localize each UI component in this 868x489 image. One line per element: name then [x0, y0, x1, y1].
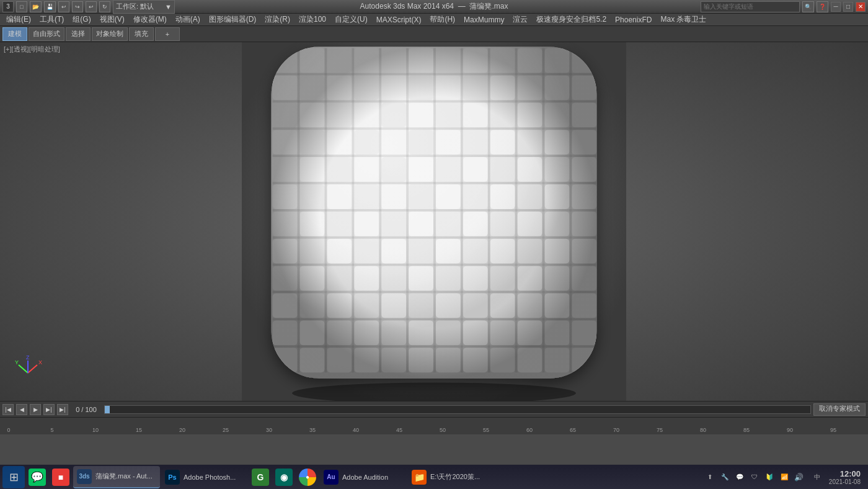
taskbar-folder-label: E:\天竹2020策...	[430, 472, 480, 482]
frame-next-btn[interactable]: ▶|	[43, 404, 55, 415]
toolbar-object-paint[interactable]: 对象绘制	[92, 27, 128, 41]
menu-phoenixfd[interactable]: PhoenixFD	[611, 14, 655, 25]
frame-end-btn[interactable]: ▶|	[57, 404, 68, 415]
title-bar-right: 🔍 ❓ ─ □ ✕	[701, 1, 866, 12]
menu-render[interactable]: 渲染(R)	[261, 13, 294, 26]
title-bar-left: 3 □ 📂 💾 ↩ ↪ ↩ ↻ 工作区: 默认 ▼	[2, 0, 175, 14]
taskbar-system-tray: ⬆ 🔧 💬 🛡 🔰 📶 🔊 中 12:00 2021-01-08	[704, 469, 866, 485]
help-icon[interactable]: ❓	[817, 1, 828, 12]
svg-rect-171	[272, 47, 597, 379]
frame-slider-handle[interactable]	[105, 406, 110, 413]
menu-customize[interactable]: 自定义(U)	[331, 13, 371, 26]
viewport-container[interactable]: [+][透视][明暗处理]	[0, 42, 868, 401]
3d-model-viewport	[242, 42, 626, 401]
close-button[interactable]: ✕	[856, 2, 866, 12]
svg-text:X: X	[38, 359, 42, 366]
model-area[interactable]	[0, 42, 868, 401]
frame-slider[interactable]	[104, 405, 811, 414]
minimize-button[interactable]: ─	[831, 2, 841, 12]
frame-counter: 0 / 100	[71, 406, 102, 413]
start-button[interactable]: ⊞	[2, 466, 25, 488]
search-input[interactable]	[701, 1, 800, 12]
taskbar-audition-label: Adobe Audition	[342, 473, 388, 481]
menu-animation[interactable]: 动画(A)	[172, 13, 204, 26]
menu-graph-editor[interactable]: 图形编辑器(D)	[205, 13, 260, 26]
viewport-label: [+][透视][明暗处理]	[4, 45, 60, 54]
menu-antivirus[interactable]: Max 杀毒卫士	[657, 13, 710, 26]
taskbar-chrome[interactable]: ●	[296, 466, 319, 488]
save-btn[interactable]: 💾	[44, 1, 56, 12]
taskbar-folder[interactable]: 📁 E:\天竹2020策...	[408, 466, 495, 488]
frame-play-btn[interactable]: ▶	[30, 404, 41, 415]
menu-slim[interactable]: 极速瘦身安全归档5.2	[533, 13, 610, 26]
frame-prev-btn[interactable]: ◀	[16, 404, 27, 415]
toolbar-extra[interactable]: +	[155, 27, 180, 41]
toolbar-freeform[interactable]: 自由形式	[29, 27, 64, 41]
taskbar-green-app[interactable]: ◉	[273, 466, 295, 488]
menu-maxmummy[interactable]: MaxMummy	[460, 14, 508, 25]
clock-time: 12:00	[829, 469, 861, 478]
clock-date: 2021-01-08	[829, 478, 861, 485]
app-logo[interactable]: 3	[2, 1, 14, 12]
menu-maxscript[interactable]: MAXScript(X)	[373, 14, 425, 25]
workspace-dropdown[interactable]: 工作区: 默认 ▼	[113, 0, 175, 14]
tray-icon-1[interactable]: ⬆	[704, 471, 716, 483]
title-bar-title: Autodesk 3ds Max 2014 x64 — 蒲编凳.max	[360, 1, 508, 12]
taskbar-3dsmax-label: 蒲编凳.max - Aut...	[95, 472, 153, 481]
menu-render100[interactable]: 渲染100	[295, 13, 330, 26]
taskbar-greenshot[interactable]: G	[249, 466, 272, 488]
menu-bar: 编辑(E) 工具(T) 组(G) 视图(V) 修改器(M) 动画(A) 图形编辑…	[0, 14, 868, 26]
frame-start-btn[interactable]: |◀	[2, 404, 14, 415]
tray-icon-2[interactable]: 🔧	[719, 471, 731, 483]
redo2-btn[interactable]: ↻	[99, 1, 110, 12]
undo2-btn[interactable]: ↩	[86, 1, 97, 12]
tray-icon-lang[interactable]: 中	[808, 471, 826, 483]
ruler-bar: 0 5 10 15 20 25 30 35 40 45 50 55 60 65 …	[0, 417, 868, 434]
menu-view[interactable]: 视图(V)	[96, 13, 128, 26]
axis-indicator: X Y Z	[12, 351, 43, 382]
tray-icon-volume[interactable]: 🔊	[793, 471, 805, 483]
toolbar-main: 建模 自由形式 选择 对象绘制 填充 +	[0, 26, 868, 42]
svg-text:Y: Y	[15, 359, 19, 366]
toolbar-populate[interactable]: 填充	[129, 27, 154, 41]
svg-line-172	[28, 365, 37, 373]
menu-cloud-render[interactable]: 渲云	[509, 13, 531, 26]
tray-icon-5[interactable]: 📶	[778, 471, 790, 483]
taskbar-wechat[interactable]: 💬	[26, 466, 48, 488]
svg-text:Z: Z	[26, 354, 30, 361]
toolbar-select[interactable]: 选择	[66, 27, 91, 41]
menu-help[interactable]: 帮助(H)	[426, 13, 459, 26]
new-btn[interactable]: □	[16, 1, 27, 12]
taskbar-photoshop-label: Adobe Photosh...	[184, 473, 236, 481]
system-clock[interactable]: 12:00 2021-01-08	[829, 469, 861, 485]
search-icon-btn[interactable]: 🔍	[802, 1, 814, 12]
svg-line-174	[19, 365, 28, 373]
menu-tools[interactable]: 工具(T)	[36, 13, 68, 26]
tray-icon-3[interactable]: 💬	[733, 471, 746, 483]
menu-modifiers[interactable]: 修改器(M)	[130, 13, 170, 26]
taskbar: ⊞ 💬 ■ 3ds 蒲编凳.max - Aut... Ps Adobe Phot…	[0, 464, 868, 489]
menu-edit[interactable]: 编辑(E)	[2, 13, 35, 26]
redo-btn[interactable]: ↪	[72, 1, 83, 12]
taskbar-audition[interactable]: Au Adobe Audition	[320, 466, 407, 488]
taskbar-3dsmax[interactable]: 3ds 蒲编凳.max - Aut...	[73, 466, 160, 488]
open-btn[interactable]: 📂	[30, 1, 42, 12]
frame-bar: |◀ ◀ ▶ ▶| ▶| 0 / 100 取消专家模式	[0, 401, 868, 417]
menu-group[interactable]: 组(G)	[69, 13, 94, 26]
tray-icon-4[interactable]: 🛡	[748, 471, 761, 483]
toolbar-modeling[interactable]: 建模	[2, 27, 27, 41]
tray-icon-antivirus[interactable]: 🔰	[763, 471, 776, 483]
taskbar-camera[interactable]: ■	[50, 466, 72, 488]
cancel-expert-button[interactable]: 取消专家模式	[813, 403, 866, 416]
title-bar: 3 □ 📂 💾 ↩ ↪ ↩ ↻ 工作区: 默认 ▼ Autodesk 3ds M…	[0, 0, 868, 14]
undo-btn[interactable]: ↩	[58, 1, 69, 12]
maximize-button[interactable]: □	[843, 2, 853, 12]
taskbar-photoshop[interactable]: Ps Adobe Photosh...	[161, 466, 248, 488]
